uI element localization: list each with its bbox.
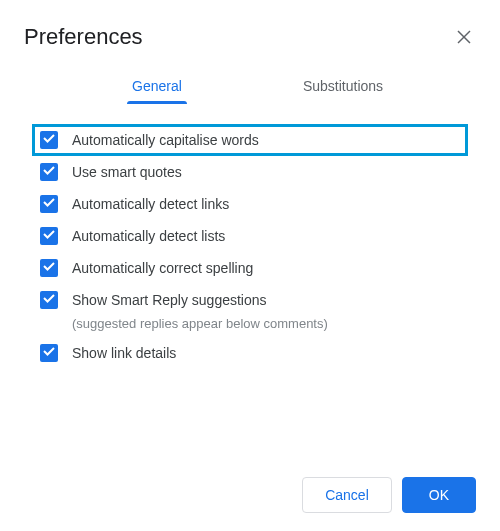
smart-reply-helper: (suggested replies appear below comments… (32, 316, 468, 337)
ok-button[interactable]: OK (402, 477, 476, 513)
checkmark-icon (42, 291, 56, 309)
close-button[interactable] (452, 25, 476, 49)
preferences-dialog: Preferences General Substitutions Automa… (0, 0, 500, 369)
option-detect-lists[interactable]: Automatically detect lists (32, 220, 468, 252)
option-link-details[interactable]: Show link details (32, 337, 468, 369)
checkbox-detect-lists[interactable] (40, 227, 58, 245)
option-label: Use smart quotes (72, 164, 182, 180)
checkmark-icon (42, 195, 56, 213)
checkmark-icon (42, 344, 56, 362)
checkmark-icon (42, 259, 56, 277)
close-icon (457, 26, 471, 49)
option-label: Automatically detect links (72, 196, 229, 212)
dialog-title: Preferences (24, 24, 143, 50)
checkbox-detect-links[interactable] (40, 195, 58, 213)
option-smart-reply[interactable]: Show Smart Reply suggestions (32, 284, 468, 316)
checkbox-link-details[interactable] (40, 344, 58, 362)
checkbox-correct-spelling[interactable] (40, 259, 58, 277)
tab-general[interactable]: General (64, 66, 250, 104)
options-list: Automatically capitalise words Use smart… (24, 124, 476, 369)
option-smart-quotes[interactable]: Use smart quotes (32, 156, 468, 188)
tab-substitutions[interactable]: Substitutions (250, 66, 436, 104)
option-correct-spelling[interactable]: Automatically correct spelling (32, 252, 468, 284)
cancel-button[interactable]: Cancel (302, 477, 392, 513)
option-label: Show Smart Reply suggestions (72, 292, 267, 308)
dialog-footer: Cancel OK (302, 477, 476, 513)
option-detect-links[interactable]: Automatically detect links (32, 188, 468, 220)
checkmark-icon (42, 131, 56, 149)
dialog-header: Preferences (24, 24, 476, 50)
checkmark-icon (42, 227, 56, 245)
tabs: General Substitutions (24, 66, 476, 104)
option-label: Automatically detect lists (72, 228, 225, 244)
option-label: Show link details (72, 345, 176, 361)
checkmark-icon (42, 163, 56, 181)
option-auto-capitalise[interactable]: Automatically capitalise words (32, 124, 468, 156)
checkbox-auto-capitalise[interactable] (40, 131, 58, 149)
option-label: Automatically correct spelling (72, 260, 253, 276)
option-label: Automatically capitalise words (72, 132, 259, 148)
checkbox-smart-reply[interactable] (40, 291, 58, 309)
checkbox-smart-quotes[interactable] (40, 163, 58, 181)
